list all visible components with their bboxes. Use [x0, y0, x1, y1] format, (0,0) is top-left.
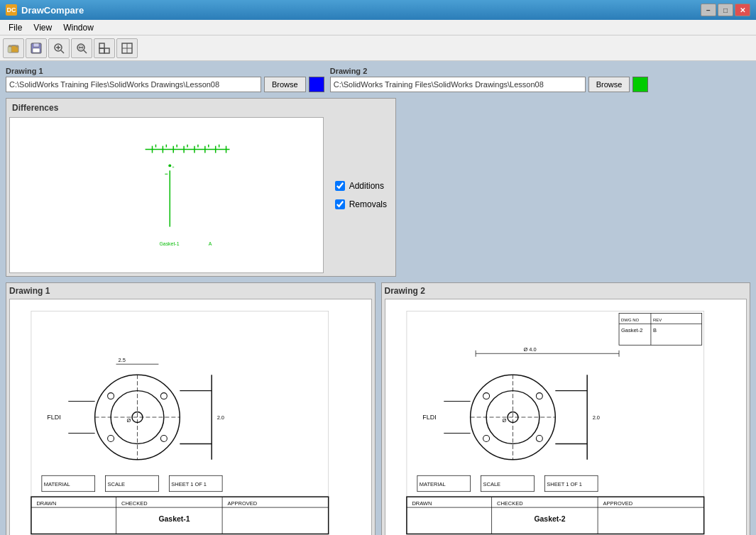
svg-text:+: +: [172, 165, 175, 169]
drawing1-input-group: Drawing 1 Browse: [6, 67, 324, 92]
svg-text:DWG NO: DWG NO: [621, 318, 640, 322]
fit-drawing2-button[interactable]: [116, 38, 138, 58]
toolbar: [0, 35, 756, 61]
svg-text:Gasket-1: Gasket-1: [158, 515, 190, 523]
differences-canvas: + Gasket-1 A: [9, 117, 324, 273]
svg-text:2.0: 2.0: [217, 414, 224, 421]
open-button[interactable]: [3, 38, 24, 58]
svg-text:Gasket-1: Gasket-1: [159, 241, 179, 246]
svg-rect-15: [99, 48, 104, 53]
svg-text:B: B: [652, 327, 656, 333]
menu-bar: File View Window: [0, 20, 756, 35]
svg-text:2.0: 2.0: [592, 414, 599, 421]
window-controls: − □ ✕: [701, 4, 750, 16]
main-content: Drawing 1 Browse Drawing 2 Browse Differ…: [0, 61, 756, 535]
additions-checkbox[interactable]: [335, 181, 345, 191]
bottom-drawings-row: Drawing 1: [6, 282, 750, 535]
removals-label: Removals: [349, 199, 387, 209]
save-button[interactable]: [26, 38, 47, 58]
svg-text:MATERIAL: MATERIAL: [419, 481, 445, 487]
app-icon: DC: [6, 4, 17, 16]
middle-section: Differences: [6, 98, 750, 277]
drawing2-input-group: Drawing 2 Browse: [330, 67, 649, 92]
app-title: DrawCompare: [21, 5, 84, 16]
menu-window[interactable]: Window: [57, 21, 99, 34]
drawing2-label: Drawing 2: [330, 67, 649, 75]
svg-line-10: [84, 50, 87, 53]
svg-text:DRAWN: DRAWN: [36, 500, 56, 507]
svg-text:MATERIAL: MATERIAL: [44, 481, 70, 487]
zoom-in-button[interactable]: [48, 38, 70, 58]
svg-rect-13: [99, 43, 104, 48]
minimize-button[interactable]: −: [701, 4, 716, 16]
svg-rect-14: [104, 48, 109, 53]
differences-title: Differences: [9, 101, 393, 114]
svg-text:FLDI: FLDI: [422, 414, 436, 421]
svg-text:Ø: Ø: [127, 417, 131, 424]
svg-text:APPROVED: APPROVED: [603, 500, 632, 507]
title-bar: DC DrawCompare − □ ✕: [0, 0, 756, 20]
maximize-button[interactable]: □: [718, 4, 733, 16]
svg-point-35: [168, 164, 171, 167]
svg-text:Ø 4.0: Ø 4.0: [523, 346, 536, 353]
svg-line-6: [61, 50, 64, 53]
menu-file[interactable]: File: [3, 21, 28, 34]
drawing2-browse-button[interactable]: Browse: [588, 77, 630, 92]
differences-panel: Differences: [6, 98, 396, 277]
svg-text:SCALE: SCALE: [108, 481, 126, 487]
svg-text:Gasket-2: Gasket-2: [534, 515, 565, 523]
svg-text:SHEET 1 OF 1: SHEET 1 OF 1: [547, 481, 582, 487]
drawing1-browse-button[interactable]: Browse: [264, 77, 306, 92]
drawing1-color-indicator: [309, 77, 324, 92]
zoom-out-button[interactable]: [71, 38, 92, 58]
right-empty-panel: [402, 98, 750, 277]
removals-checkbox-item: Removals: [335, 199, 387, 209]
svg-text:DRAWN: DRAWN: [412, 500, 432, 507]
svg-text:A: A: [209, 241, 212, 246]
drawing2-panel-title: Drawing 2: [385, 286, 747, 296]
drawing1-preview: FLDI 2.5 Ø 2.0 DRAWN CHECKED APPROVED Ga…: [9, 299, 372, 535]
drawing1-panel-title: Drawing 1: [9, 286, 372, 296]
svg-text:FLDI: FLDI: [47, 414, 60, 421]
svg-text:SCALE: SCALE: [483, 481, 500, 487]
drawing2-preview: DWG NO REV Gasket-2 B: [385, 299, 747, 535]
fit-drawing1-button[interactable]: [94, 38, 115, 58]
menu-view[interactable]: View: [28, 21, 57, 34]
svg-text:REV: REV: [652, 318, 661, 322]
drawing2-panel: Drawing 2 DWG NO REV Gasket-2 B: [381, 282, 751, 535]
svg-text:2.5: 2.5: [119, 357, 126, 363]
removals-checkbox[interactable]: [335, 199, 345, 209]
drawing2-color-indicator: [632, 77, 648, 92]
drawing2-path-input[interactable]: [330, 77, 586, 92]
close-button[interactable]: ✕: [735, 4, 750, 16]
svg-text:CHECKED: CHECKED: [121, 500, 148, 507]
svg-rect-1: [8, 47, 11, 53]
svg-text:SHEET 1 OF 1: SHEET 1 OF 1: [171, 481, 207, 487]
svg-text:Ø: Ø: [502, 417, 506, 424]
additions-checkbox-item: Additions: [335, 181, 387, 191]
drawing1-label: Drawing 1: [6, 67, 324, 75]
svg-text:CHECKED: CHECKED: [497, 500, 523, 507]
svg-text:Gasket-2: Gasket-2: [621, 327, 642, 333]
additions-label: Additions: [349, 181, 384, 191]
differences-content: + Gasket-1 A Additions: [9, 117, 393, 273]
drawing1-panel: Drawing 1: [6, 282, 376, 535]
svg-rect-3: [33, 43, 39, 47]
differences-checkboxes: Additions Removals: [329, 117, 393, 273]
svg-rect-4: [33, 48, 40, 53]
drawing-inputs-row: Drawing 1 Browse Drawing 2 Browse: [6, 67, 750, 92]
svg-text:APPROVED: APPROVED: [228, 500, 258, 507]
drawing1-path-input[interactable]: [6, 77, 261, 92]
